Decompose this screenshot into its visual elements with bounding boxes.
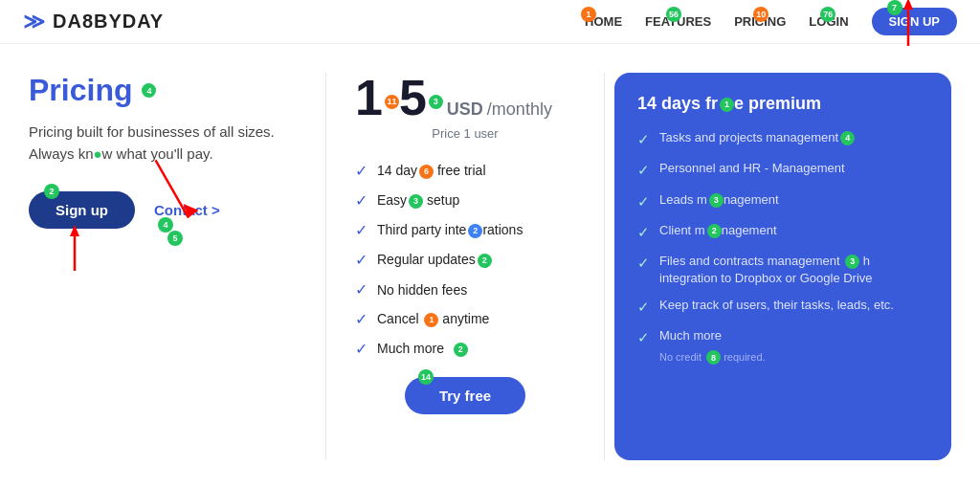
know-badge-inline: ● bbox=[94, 145, 102, 162]
feature-integrations: ✓ Third party inte2rations bbox=[355, 221, 575, 239]
contact-link[interactable]: Contact > 4 5 bbox=[154, 202, 220, 218]
signup-button[interactable]: 2 Sign up bbox=[29, 191, 135, 229]
premium-feature-more: ✓ Much more No credit 8 required. bbox=[637, 327, 928, 365]
premium-feature-track: ✓ Keep track of users, their tasks, lead… bbox=[637, 297, 928, 317]
check-icon-7: ✓ bbox=[355, 340, 368, 358]
premium-check-4: ✓ bbox=[637, 223, 650, 242]
feature-list: ✓ 14 day6 free trial ✓ Easy3 setup ✓ Thi… bbox=[355, 162, 575, 358]
check-icon-2: ✓ bbox=[355, 191, 368, 210]
premium-check-7: ✓ bbox=[637, 328, 650, 347]
signup-badge: 7 bbox=[887, 0, 902, 15]
feature-badge-2: 3 bbox=[409, 194, 423, 209]
middle-panel: 11153 USD /monthly Price 1 user ✓ 14 day… bbox=[336, 73, 594, 460]
price-sub: Price 1 user bbox=[355, 126, 575, 141]
nav-signup-button[interactable]: 7 SIGN UP bbox=[872, 8, 957, 35]
feature-badge-4: 2 bbox=[478, 254, 492, 268]
premium-feature-files: ✓ Files and contracts management 3 h int… bbox=[637, 253, 928, 286]
premium-feature-leads: ✓ Leads m3nagement bbox=[637, 191, 928, 211]
premium-check-6: ✓ bbox=[637, 298, 650, 317]
left-divider bbox=[325, 73, 326, 460]
premium-check-2: ✓ bbox=[637, 161, 650, 180]
arrow-signup bbox=[63, 225, 86, 278]
premium-feature-client: ✓ Client m2nagement bbox=[637, 222, 928, 242]
price-row: 11153 USD /monthly bbox=[355, 73, 575, 122]
feature-more: ✓ Much more 2 bbox=[355, 340, 575, 358]
price-badge-1: 11 bbox=[385, 95, 399, 109]
try-badge: 14 bbox=[418, 369, 434, 385]
nav-features[interactable]: 56 FEATURES bbox=[645, 14, 711, 29]
check-icon-1: ✓ bbox=[355, 162, 368, 180]
contact-sub-badge: 5 bbox=[167, 231, 183, 246]
price-period: /monthly bbox=[487, 100, 552, 120]
feature-badge-7: 2 bbox=[454, 343, 468, 357]
feature-updates: ✓ Regular updates2 bbox=[355, 251, 575, 269]
header: ≫ DA8BYDAY 1 HOME 56 FEATURES 10 PRICING… bbox=[0, 0, 980, 44]
check-icon-6: ✓ bbox=[355, 310, 368, 328]
premium-feature-list: ✓ Tasks and projects management4 ✓ Perso… bbox=[637, 129, 928, 365]
logo-text: DA8BYDAY bbox=[53, 11, 164, 33]
premium-badge-3: 3 bbox=[709, 193, 724, 208]
right-panel: 14 days fr1e premium ✓ Tasks and project… bbox=[614, 73, 951, 460]
pricing-title-badge: 4 bbox=[142, 83, 156, 98]
premium-feature-hr: ✓ Personnel and HR - Management bbox=[637, 160, 928, 180]
no-credit-text: No credit 8 required. bbox=[659, 350, 766, 366]
premium-feature-tasks: ✓ Tasks and projects management4 bbox=[637, 129, 928, 149]
feature-trial: ✓ 14 day6 free trial bbox=[355, 162, 575, 180]
feature-no-fees: ✓ No hidden fees bbox=[355, 280, 575, 299]
premium-check-1: ✓ bbox=[637, 130, 650, 149]
feature-badge-1: 6 bbox=[419, 165, 434, 179]
check-icon-5: ✓ bbox=[355, 280, 368, 299]
feature-badge-3: 2 bbox=[468, 224, 482, 238]
feature-badge-6: 1 bbox=[424, 313, 438, 327]
premium-badge-4: 2 bbox=[707, 224, 722, 238]
nav: 1 HOME 56 FEATURES 10 PRICING 76 LOGIN 7… bbox=[585, 8, 957, 35]
premium-badge-5: 3 bbox=[845, 255, 859, 269]
nav-pricing[interactable]: 10 PRICING bbox=[734, 14, 786, 29]
premium-badge-1: 4 bbox=[840, 131, 855, 145]
left-panel: Pricing 4 Pricing built for businesses o… bbox=[29, 73, 316, 460]
premium-title-badge: 1 bbox=[720, 98, 734, 112]
pricing-title: Pricing 4 bbox=[29, 73, 287, 108]
premium-check-3: ✓ bbox=[637, 192, 650, 211]
right-divider bbox=[604, 73, 605, 460]
features-badge: 56 bbox=[666, 7, 681, 22]
main-content: Pricing 4 Pricing built for businesses o… bbox=[0, 44, 980, 479]
feature-cancel: ✓ Cancel 1 anytime bbox=[355, 310, 575, 328]
price-value: 11153 bbox=[355, 73, 443, 122]
no-credit-badge: 8 bbox=[706, 350, 721, 365]
try-free-button[interactable]: 14 Try free bbox=[405, 377, 525, 414]
contact-badge: 4 bbox=[158, 217, 173, 233]
check-icon-4: ✓ bbox=[355, 251, 368, 269]
home-badge: 1 bbox=[581, 7, 596, 22]
nav-home[interactable]: 1 HOME bbox=[585, 14, 622, 29]
logo-icon: ≫ bbox=[23, 10, 45, 34]
price-badge-2: 3 bbox=[429, 95, 443, 109]
premium-title: 14 days fr1e premium bbox=[637, 94, 928, 114]
pricing-description: Pricing built for businesses of all size… bbox=[29, 122, 287, 165]
logo: ≫ DA8BYDAY bbox=[23, 10, 164, 34]
price-currency: USD bbox=[447, 100, 483, 120]
nav-login[interactable]: 76 LOGIN bbox=[809, 14, 848, 29]
feature-setup: ✓ Easy3 setup bbox=[355, 191, 575, 210]
button-group: 2 Sign up Contact > 4 5 bbox=[29, 191, 287, 229]
check-icon-3: ✓ bbox=[355, 221, 368, 239]
signup-inline-badge: 2 bbox=[44, 184, 59, 199]
premium-check-5: ✓ bbox=[637, 254, 650, 273]
